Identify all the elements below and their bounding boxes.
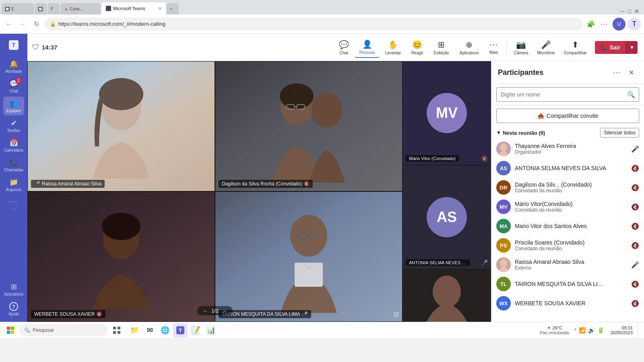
- main-area: 🎤 Raissa Amaral Abraao Silva: [27, 61, 644, 322]
- prev-page-btn[interactable]: ←: [203, 308, 208, 314]
- panel-header: Participantes ⋯ ✕: [491, 61, 644, 84]
- control-chat[interactable]: 💬 Chat: [334, 37, 354, 58]
- taskview-btn[interactable]: [109, 323, 124, 337]
- video-cell-1: 🎤 Raissa Amaral Abraao Silva: [27, 61, 215, 191]
- taskbar-app-mail[interactable]: ✉: [142, 323, 157, 337]
- in-meeting-label[interactable]: ▼ Nesta reunião (9): [496, 130, 545, 136]
- participant-item-wx[interactable]: WX WERBETE SOUSA XAVIER 🔇: [491, 294, 644, 313]
- sidebar-item-chamadas[interactable]: 📞 Chamadas: [3, 156, 24, 175]
- control-reagir[interactable]: 😊 Reagir: [407, 37, 428, 58]
- sidebar-item-calendario[interactable]: 📅 Calendário: [3, 136, 24, 155]
- chevron-down-icon: ▼: [496, 130, 501, 136]
- participant-item-as[interactable]: AS ANTONIA SELMA NEVES DA SILVA 🔇: [491, 158, 644, 178]
- leave-button[interactable]: 📞 Sair: [595, 41, 626, 54]
- minimize-btn[interactable]: ─: [621, 8, 625, 14]
- in-meeting-section: ▼ Nesta reunião (9) Silenciar todos: [491, 126, 644, 139]
- browser-tab-new[interactable]: +: [167, 3, 179, 14]
- close-btn[interactable]: ✕: [634, 8, 639, 14]
- control-pessoas[interactable]: 👤 Pessoas: [355, 37, 380, 58]
- taskbar-app-explorer[interactable]: 📁: [127, 323, 142, 337]
- participant-item-rs[interactable]: Raissa Amaral Abraao Silva Externo 🎤: [491, 255, 644, 274]
- mute-all-btn[interactable]: Silenciar todos: [600, 128, 639, 138]
- participant-info-ma: Mario Vitor dos Santos Alves: [515, 223, 627, 229]
- side-avatar-as: AS ANTONIA SELMA NEVES DA ... 🎤: [402, 165, 491, 269]
- taskbar-app-ppt[interactable]: 📊: [204, 323, 218, 337]
- participant-mic-wx: 🔇: [631, 300, 639, 307]
- participant-search-icon[interactable]: 🔍: [627, 91, 635, 99]
- start-button[interactable]: [3, 323, 18, 337]
- browser-tab-inactive2[interactable]: 🔲: [35, 3, 47, 14]
- sidebar-item-aplicativos[interactable]: ⊞ Aplicativos: [3, 280, 24, 299]
- avatar-ta: [496, 142, 511, 156]
- sidebar-item-arquivos[interactable]: 📁 Arquivos: [3, 175, 24, 194]
- control-aplicativos[interactable]: ⊕ Aplicativos: [454, 37, 483, 58]
- control-levantar[interactable]: ✋ Levantar: [380, 37, 406, 58]
- tray-battery[interactable]: 🔋: [597, 327, 604, 333]
- sidebar-item-tarefas[interactable]: ✔ Tarefas: [3, 116, 24, 135]
- taskbar-app-teams[interactable]: T: [173, 323, 188, 337]
- meeting-controls: 💬 Chat 👤 Pessoas ✋ Levantar 😊 Reagir ⊞: [334, 37, 638, 58]
- forward-button[interactable]: →: [17, 19, 28, 30]
- control-exibicao[interactable]: ⊞ Exibição: [429, 37, 454, 58]
- tray-volume[interactable]: 🔊: [588, 327, 595, 333]
- minimize-video-icon[interactable]: ⊟: [394, 311, 399, 318]
- taskbar-apps: 📁 ✉ 🌐 T 📝 📊: [127, 323, 218, 337]
- avatar-as-mic: 🎤: [481, 259, 488, 266]
- taskbar-app-browser[interactable]: 🌐: [158, 323, 172, 337]
- browser-profile[interactable]: U: [613, 18, 625, 31]
- browser-menu-button[interactable]: ⋯: [599, 19, 610, 30]
- video-cell-2: Dagilson da Silva Rocha (Convidado) 🔇: [215, 61, 402, 191]
- browser-tab-active[interactable]: ⬛ Microsoft Teams ✕: [101, 2, 166, 14]
- avatar-dagilson: DR: [496, 180, 511, 195]
- restore-btn[interactable]: □: [628, 8, 631, 14]
- share-invite-btn[interactable]: 📤 Compartilhar convite: [496, 109, 639, 123]
- control-mais[interactable]: ··· Mais: [484, 37, 503, 57]
- reload-button[interactable]: ↻: [31, 19, 42, 30]
- participant-search-input[interactable]: [496, 87, 639, 102]
- extensions-button[interactable]: 🧩: [585, 19, 597, 30]
- video-label-1: 🎤 Raissa Amaral Abraao Silva: [31, 180, 105, 188]
- participant-item-ps[interactable]: PS Priscila Soares (Convidado) Convidado…: [491, 236, 644, 255]
- browser-tab-inactive3[interactable]: F: [47, 3, 60, 14]
- panel-close-btn[interactable]: ✕: [625, 66, 638, 79]
- teams-sidebar-btn[interactable]: T: [628, 18, 641, 31]
- video-cell-3: WERBETE SOUSA XAVIER 🔇: [27, 191, 215, 322]
- sidebar-item-equipes[interactable]: 👥 Equipes: [3, 97, 24, 115]
- participant-item-dr[interactable]: DR Dagilson da Silv... (Convidado) Convi…: [491, 178, 644, 197]
- taskbar-app-word[interactable]: 📝: [188, 323, 203, 337]
- participant-role-dr: Convidado da reunião: [515, 188, 627, 193]
- sidebar-item-atividade[interactable]: 🔔 Atividade: [3, 57, 24, 76]
- browser-tab-cone[interactable]: 🔺Cone...: [60, 3, 101, 14]
- taskbar-clock[interactable]: 09:31 20/05/2023: [607, 325, 636, 335]
- control-camera[interactable]: 📷 Câmera: [510, 37, 533, 58]
- sidebar-item-ajuda[interactable]: ? Ajuda: [3, 300, 24, 319]
- sidebar-item-mais[interactable]: ··· ···: [3, 195, 24, 214]
- participant-info-wx: WERBETE SOUSA XAVIER: [515, 300, 627, 306]
- participant-role-mv: Convidado da reunião: [515, 207, 627, 213]
- weather-widget[interactable]: ☀ 26°C Parc ensolarado: [540, 325, 569, 335]
- participant-mic-ma: 🔇: [631, 222, 639, 230]
- participant-info-ps: Priscila Soares (Convidado) Convidado da…: [515, 239, 627, 251]
- tray-arrow[interactable]: ^: [574, 327, 576, 333]
- taskbar-search[interactable]: 🔍 Pesquisar: [19, 324, 108, 336]
- svg-rect-25: [11, 331, 14, 334]
- participant-item-ma[interactable]: MA Mario Vitor dos Santos Alves 🔇: [491, 216, 644, 236]
- address-bar[interactable]: 🔒 https://teams.microsoft.com/_#/modern-…: [44, 18, 583, 31]
- participants-panel: Participantes ⋯ ✕ 🔍 📤 Compartilhar convi…: [491, 61, 644, 322]
- show-desktop-btn[interactable]: [638, 323, 641, 337]
- sidebar-item-chat[interactable]: 2 💬 Chat: [3, 77, 24, 96]
- panel-more-btn[interactable]: ⋯: [610, 66, 623, 79]
- participant-item-mv[interactable]: MV Mário Vitor(Convidado) Convidado da r…: [491, 197, 644, 216]
- back-button[interactable]: ←: [3, 19, 14, 30]
- browser-tab-inactive[interactable]: 🔲E: [2, 3, 34, 14]
- participant-item-tl[interactable]: TL TAIRON MESQUITA DA SILVA LI... 🔇: [491, 274, 644, 294]
- control-mic[interactable]: 🎤 Microfone: [533, 37, 559, 58]
- participant-name-as: ANTONIA SELMA NEVES DA SILVA: [515, 165, 627, 171]
- svg-point-9: [312, 93, 342, 128]
- tray-network[interactable]: 📶: [579, 327, 586, 333]
- leave-dropdown-button[interactable]: ▼: [626, 41, 638, 54]
- participant-item-ta[interactable]: Thayanne Alves Ferreira Organizador 🎤: [491, 139, 644, 158]
- side-video-small: [402, 269, 491, 322]
- control-compartilhar[interactable]: ⬆ Compartilhar: [559, 37, 590, 58]
- next-page-btn[interactable]: →: [222, 308, 227, 314]
